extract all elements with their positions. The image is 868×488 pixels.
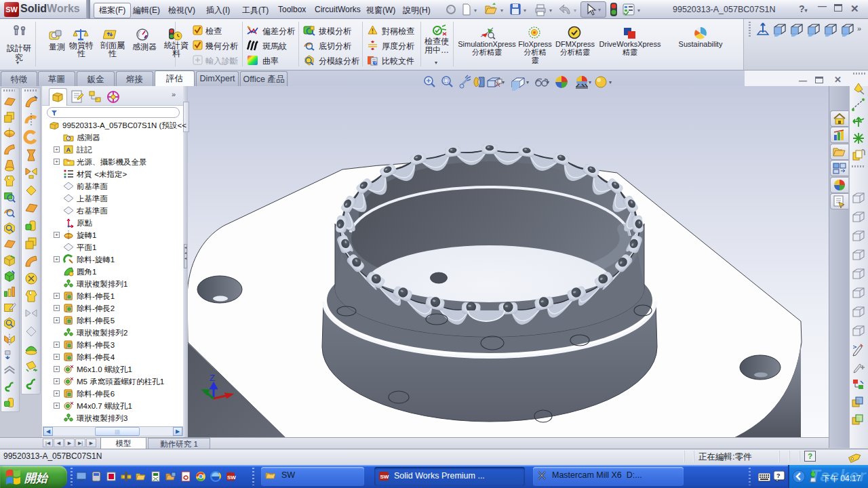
svg-text:Z: Z	[210, 373, 215, 383]
svg-text:A: A	[66, 146, 71, 153]
svg-text:?: ?	[776, 472, 781, 479]
svg-text:SW: SW	[227, 474, 236, 481]
svg-text:SW: SW	[380, 474, 389, 480]
